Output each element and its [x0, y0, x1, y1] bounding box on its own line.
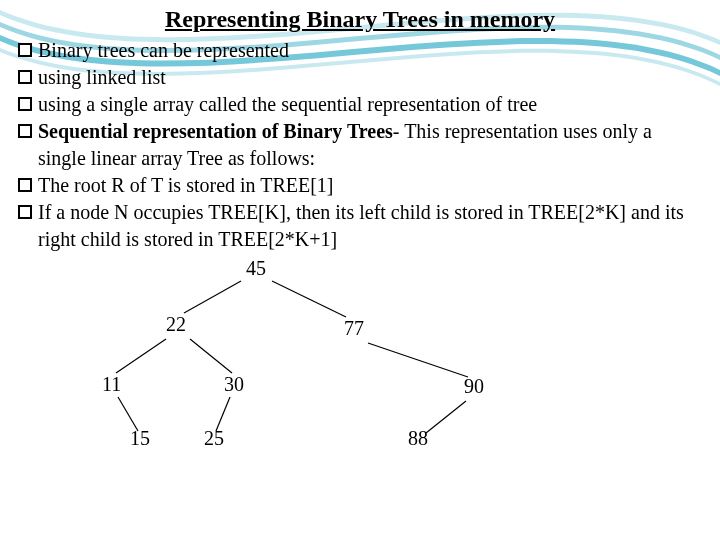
tree-node-25: 25	[204, 427, 224, 450]
slide-content: Representing Binary Trees in memory Bina…	[0, 0, 720, 475]
bullet-6: If a node N occupies TREE[K], then its l…	[18, 199, 702, 253]
bullet-text: Sequential representation of Binary Tree…	[38, 118, 702, 172]
bullet-marker	[18, 124, 32, 138]
bullet-marker	[18, 205, 32, 219]
tree-node-15: 15	[130, 427, 150, 450]
slide-title: Representing Binary Trees in memory	[18, 6, 702, 33]
svg-line-3	[190, 339, 232, 373]
bold-term: Sequential representation of Binary Tree…	[38, 120, 393, 142]
svg-line-5	[118, 397, 138, 431]
bullet-3: using a single array called the sequenti…	[18, 91, 702, 118]
svg-line-1	[272, 281, 346, 317]
bullet-1: Binary trees can be represented	[18, 37, 702, 64]
svg-line-4	[368, 343, 468, 377]
bullet-text: using linked list	[38, 64, 702, 91]
tree-node-88: 88	[408, 427, 428, 450]
bullet-marker	[18, 43, 32, 57]
bullet-text: The root R of T is stored in TREE[1]	[38, 172, 702, 199]
bullet-text: using a single array called the sequenti…	[38, 91, 702, 118]
bullet-marker	[18, 70, 32, 84]
bullet-marker	[18, 178, 32, 192]
tree-node-77: 77	[344, 317, 364, 340]
svg-line-6	[216, 397, 230, 431]
bullet-5: The root R of T is stored in TREE[1]	[18, 172, 702, 199]
bullet-text: If a node N occupies TREE[K], then its l…	[38, 199, 702, 253]
svg-line-7	[426, 401, 466, 433]
svg-line-0	[184, 281, 241, 313]
bullet-2: using linked list	[18, 64, 702, 91]
binary-tree-diagram: 45 22 77 11 30 90 15 25 88	[18, 255, 698, 475]
bullet-marker	[18, 97, 32, 111]
tree-edges	[18, 255, 698, 475]
tree-node-90: 90	[464, 375, 484, 398]
tree-node-11: 11	[102, 373, 121, 396]
tree-node-30: 30	[224, 373, 244, 396]
tree-node-22: 22	[166, 313, 186, 336]
bullet-4: Sequential representation of Binary Tree…	[18, 118, 702, 172]
svg-line-2	[116, 339, 166, 373]
bullet-text: Binary trees can be represented	[38, 37, 702, 64]
tree-node-45: 45	[246, 257, 266, 280]
